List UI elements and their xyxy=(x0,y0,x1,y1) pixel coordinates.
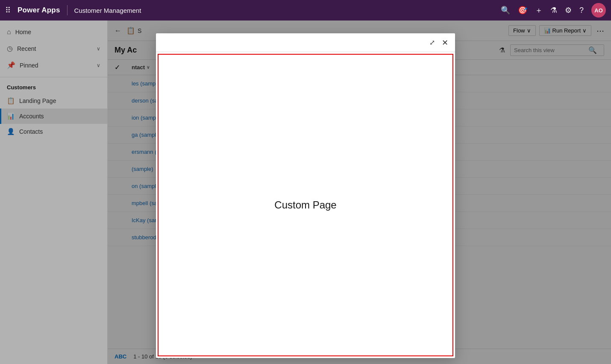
modal-dialog: ⤢ ✕ Custom Page xyxy=(156,33,455,358)
expand-icon: ⤢ xyxy=(429,38,435,47)
modal-close-button[interactable]: ✕ xyxy=(440,36,450,49)
top-bar: ⠿ Power Apps Customer Management 🔍 🎯 ＋ ⚗… xyxy=(0,0,611,21)
modal-expand-button[interactable]: ⤢ xyxy=(428,37,437,48)
settings-icon[interactable]: ⚙ xyxy=(565,6,572,15)
top-bar-icons: 🔍 🎯 ＋ ⚗ ⚙ ? AO xyxy=(501,3,606,18)
modal-body: Custom Page xyxy=(158,54,453,356)
main-layout: ⌂ Home ◷ Recent ∨ 📌 Pinned ∨ Customers 📋… xyxy=(0,21,611,364)
brand-name: Power Apps xyxy=(18,6,60,15)
search-icon[interactable]: 🔍 xyxy=(501,6,510,15)
divider xyxy=(67,5,68,15)
app-name: Customer Management xyxy=(74,7,141,14)
filter-icon[interactable]: ⚗ xyxy=(550,6,557,15)
custom-page-text: Custom Page xyxy=(274,199,336,211)
avatar[interactable]: AO xyxy=(591,3,606,18)
grid-icon[interactable]: ⠿ xyxy=(5,6,11,15)
close-icon: ✕ xyxy=(442,38,448,47)
modal-titlebar: ⤢ ✕ xyxy=(156,33,455,52)
add-icon[interactable]: ＋ xyxy=(535,5,543,15)
help-icon[interactable]: ? xyxy=(579,6,584,15)
target-icon[interactable]: 🎯 xyxy=(518,6,527,15)
modal-overlay[interactable]: ⤢ ✕ Custom Page xyxy=(0,21,611,364)
